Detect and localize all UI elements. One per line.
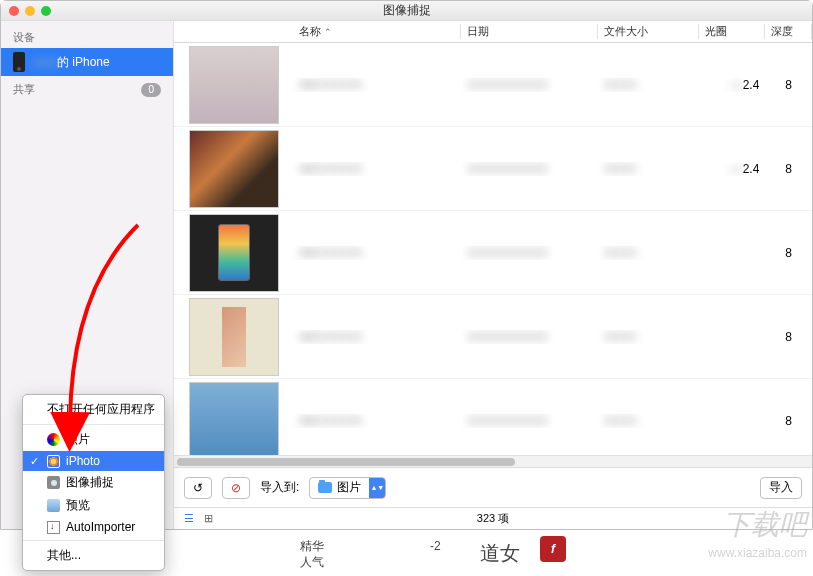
cell-size: XXXX xyxy=(598,414,699,428)
toolbar: ↺ ⊘ 导入到: 图片 ▲▼ 导入 xyxy=(174,467,812,507)
cell-depth: 8 xyxy=(765,330,812,344)
sidebar-header-devices: 设备 xyxy=(1,27,173,48)
cell-size: XXXX xyxy=(598,162,699,176)
grid-view-icon[interactable]: ⊞ xyxy=(204,512,213,525)
cell-date: XXXXXXXXXX xyxy=(462,414,599,428)
popup-item-iphoto[interactable]: iPhoto xyxy=(23,451,164,471)
list-view-icon[interactable]: ☰ xyxy=(184,512,194,525)
column-aperture[interactable]: 光圈 xyxy=(699,24,765,39)
column-name[interactable]: 名称 xyxy=(293,24,461,39)
separator xyxy=(23,424,164,425)
dest-label: 图片 xyxy=(337,479,361,496)
table-row[interactable]: IMGXXXXXXXXXXXXXXXXXXX8 xyxy=(174,211,812,295)
iphone-icon xyxy=(13,52,25,72)
statusbar: ☰ ⊞ 323 项 xyxy=(174,507,812,529)
table-row[interactable]: IMGXXXXXXXXXXXXXXXXXXXxx2.48 xyxy=(174,43,812,127)
maximize-icon[interactable] xyxy=(41,6,51,16)
sidebar-item-device[interactable]: xxxx的 iPhone xyxy=(1,48,173,76)
popup-item-none[interactable]: 不打开任何应用程序 xyxy=(23,398,164,421)
table-header: 名称 日期 文件大小 光圈 深度 xyxy=(174,21,812,43)
cell-name: IMGXXXXX xyxy=(293,330,461,344)
close-icon[interactable] xyxy=(9,6,19,16)
mi-iphoto xyxy=(47,455,60,468)
cell-date: XXXXXXXXXX xyxy=(462,78,599,92)
mi-preview xyxy=(47,499,60,512)
popup-item-图像捕捉[interactable]: 图像捕捉 xyxy=(23,471,164,494)
item-count: 323 项 xyxy=(477,511,509,526)
device-label: 的 iPhone xyxy=(57,55,110,69)
horizontal-scrollbar[interactable] xyxy=(174,455,812,467)
cell-name: IMGXXXXX xyxy=(293,78,461,92)
window-title: 图像捕捉 xyxy=(383,2,431,19)
column-depth[interactable]: 深度 xyxy=(765,24,812,39)
share-count-badge: 0 xyxy=(141,83,161,97)
folder-icon xyxy=(318,482,332,493)
cell-size: XXXX xyxy=(598,330,699,344)
rotate-button[interactable]: ↺ xyxy=(184,477,212,499)
cell-date: XXXXXXXXXX xyxy=(462,330,599,344)
thumbnail xyxy=(189,214,279,292)
separator xyxy=(23,540,164,541)
sidebar-header-share: 共享 xyxy=(13,82,35,97)
watermark-brand: 下载吧 xyxy=(723,506,807,544)
import-to-label: 导入到: xyxy=(260,479,299,496)
table-row[interactable]: IMGXXXXXXXXXXXXXXXXXXX8 xyxy=(174,295,812,379)
import-destination-select[interactable]: 图片 ▲▼ xyxy=(309,477,386,499)
cell-date: XXXXXXXXXX xyxy=(462,162,599,176)
column-date[interactable]: 日期 xyxy=(461,24,598,39)
content-area: 名称 日期 文件大小 光圈 深度 IMGXXXXXXXXXXXXXXXXXXXx… xyxy=(174,21,812,529)
thumbnail xyxy=(189,130,279,208)
table-row[interactable]: IMGXXXXXXXXXXXXXXXXXXX8 xyxy=(174,379,812,455)
delete-button[interactable]: ⊘ xyxy=(222,477,250,499)
cell-size: XXXX xyxy=(598,78,699,92)
cell-depth: 8 xyxy=(765,162,812,176)
chevron-updown-icon: ▲▼ xyxy=(369,478,385,498)
flash-icon: f xyxy=(540,536,566,562)
cell-name: IMGXXXXX xyxy=(293,162,461,176)
cell-name: IMGXXXXX xyxy=(293,246,461,260)
sidebar-item-share[interactable]: 共享 0 xyxy=(1,76,173,103)
thumbnail xyxy=(189,382,279,456)
popup-item-照片[interactable]: 照片 xyxy=(23,428,164,451)
mi-capture xyxy=(47,476,60,489)
cell-size: XXXX xyxy=(598,246,699,260)
cell-date: XXXXXXXXXX xyxy=(462,246,599,260)
column-size[interactable]: 文件大小 xyxy=(598,24,699,39)
window-controls xyxy=(9,6,51,16)
cell-name: IMGXXXXX xyxy=(293,414,461,428)
popup-item-other[interactable]: 其他... xyxy=(23,544,164,567)
watermark-url: www.xiazaiba.com xyxy=(708,546,807,560)
popup-item-autoimporter[interactable]: AutoImporter xyxy=(23,517,164,537)
table-row[interactable]: IMGXXXXXXXXXXXXXXXXXXXxx2.48 xyxy=(174,127,812,211)
cell-depth: 8 xyxy=(765,414,812,428)
cell-depth: 8 xyxy=(765,246,812,260)
cell-depth: 8 xyxy=(765,78,812,92)
thumbnail xyxy=(189,298,279,376)
view-toggle[interactable]: ☰ ⊞ xyxy=(184,512,213,525)
import-button[interactable]: 导入 xyxy=(760,477,802,499)
titlebar: 图像捕捉 xyxy=(1,1,812,21)
thumbnail xyxy=(189,46,279,124)
minimize-icon[interactable] xyxy=(25,6,35,16)
table-body[interactable]: IMGXXXXXXXXXXXXXXXXXXXxx2.48IMGXXXXXXXXX… xyxy=(174,43,812,455)
open-with-popup: 不打开任何应用程序 照片iPhoto图像捕捉预览AutoImporter 其他.… xyxy=(22,394,165,571)
cell-aperture: xx2.4 xyxy=(700,78,766,92)
mi-photos xyxy=(47,433,60,446)
popup-item-预览[interactable]: 预览 xyxy=(23,494,164,517)
mi-auto xyxy=(47,521,60,534)
cell-aperture: xx2.4 xyxy=(700,162,766,176)
